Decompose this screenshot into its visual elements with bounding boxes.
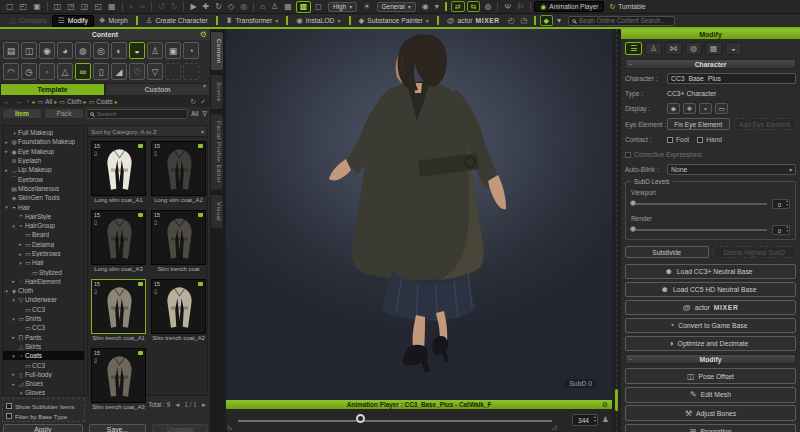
quality-dropdown[interactable]: High ▾ [328, 2, 357, 12]
heart-category-icon[interactable]: ♡ [129, 63, 145, 80]
trash-icon[interactable]: ▯ [94, 219, 97, 225]
watch-category-icon[interactable]: ◷ [21, 63, 37, 80]
spring-tab-icon[interactable]: ◒ [725, 42, 742, 55]
breadcrumb-coats[interactable]: Coats [96, 98, 112, 105]
checkbox[interactable] [6, 413, 12, 419]
tree-item[interactable]: ▸ ◍ Foundation Makeup [3, 137, 84, 146]
project-category-icon[interactable]: ▤ [3, 42, 19, 59]
expand-arrow-icon[interactable]: ▾ [10, 297, 17, 303]
auto-blink-dropdown[interactable]: None ▾ [667, 164, 796, 175]
online-search-input[interactable] [579, 17, 671, 24]
side-tab[interactable]: Content [211, 31, 224, 71]
expand-arrow-icon[interactable]: ▸ [3, 148, 10, 154]
tree-item[interactable]: ▾ ▭ Shirts [3, 314, 84, 323]
timeline-track[interactable] [238, 420, 552, 422]
tree-item[interactable]: △ Skirts [3, 342, 84, 351]
animation-player-button[interactable]: ◉ Animation Player [534, 1, 604, 12]
breadcrumb-all[interactable]: All [45, 98, 52, 105]
scale-icon[interactable]: ◇ [225, 0, 237, 13]
corrective-expressions-checkbox[interactable] [625, 152, 631, 158]
action-button[interactable]: ◔ Convert to Game Base [625, 318, 796, 333]
cloth-category-icon[interactable]: ◒ [129, 42, 145, 59]
hand-contact-checkbox[interactable] [697, 137, 703, 143]
expand-arrow-icon[interactable]: ▾ [3, 204, 10, 210]
expand-arrow-icon[interactable]: ▾ [10, 223, 17, 229]
open-file-icon[interactable]: ◰ [17, 0, 31, 13]
expand-arrow-icon[interactable]: ▾ [3, 288, 10, 294]
apply-button[interactable]: Apply [3, 424, 83, 432]
actormixer-button[interactable]: @ actorMIXER [442, 15, 505, 27]
glasses-category-icon[interactable]: ∞ [75, 63, 91, 80]
content-thumbnail[interactable]: 15 ▯ Slim trench coat_A2 [151, 279, 206, 341]
expand-arrow-icon[interactable]: ▸ [17, 251, 24, 257]
spin-down-icon[interactable]: ▾ [786, 204, 788, 208]
filter-scope-dropdown[interactable]: All [190, 110, 199, 117]
rotate-icon[interactable]: ↻ [212, 0, 225, 13]
compare-button[interactable]: ◫ Compare [4, 15, 52, 27]
expand-arrow-icon[interactable]: ▸ [3, 139, 10, 145]
pose-icon[interactable]: Ψ [501, 0, 514, 13]
tree-item[interactable]: ▾ ◈ Cloth [3, 286, 84, 295]
tree-item[interactable]: ▭ CC3 [3, 323, 84, 332]
skin-category-icon[interactable]: ◍ [75, 42, 91, 59]
home-icon[interactable]: ⌂ [257, 0, 268, 13]
tab-pack[interactable]: Pack [44, 108, 84, 119]
trash-icon[interactable]: ▯ [154, 288, 157, 294]
create-character-button[interactable]: ♙ Create Character [141, 15, 213, 27]
tree-item[interactable]: ▸ ∏ Pants [3, 333, 84, 342]
bone-tab-icon[interactable]: ⋈ [665, 42, 682, 55]
scrollbar-thumb[interactable] [615, 389, 618, 411]
expand-arrow-icon[interactable]: ▾ [10, 353, 17, 359]
modify-tool-button[interactable]: ⊞ Proportion [625, 424, 796, 432]
cap-category-icon[interactable]: △ [57, 63, 73, 80]
action-button[interactable]: ◑ Optimize and Decimate [625, 336, 796, 351]
bottle-category-icon[interactable]: ▯ [93, 63, 109, 80]
undo-icon[interactable]: ↺ [155, 0, 168, 13]
copy-icon[interactable]: ◫ [51, 0, 65, 13]
tree-item[interactable]: ▭ Stylized [3, 267, 84, 276]
action-button[interactable]: ☻ Load CC3+ Neutral Base [625, 264, 796, 279]
tree-item[interactable]: ▭ CC3 [3, 305, 84, 314]
export-motion-icon[interactable]: ◲ [78, 0, 92, 13]
wardrobe-category-icon[interactable]: ◫ [21, 42, 37, 59]
expand-arrow-icon[interactable]: ▸ [17, 241, 24, 247]
content-search-input[interactable] [97, 110, 167, 117]
substance-painter-button[interactable]: ◆ Substance Painter ▾ [354, 15, 434, 27]
content-thumbnail[interactable]: 15 ▯ Slim trench coat_A1 [91, 279, 146, 341]
instalod-button[interactable]: ◉ InstaLOD ▾ [291, 15, 345, 27]
spin-down-icon[interactable]: ▾ [786, 230, 788, 234]
render-subd-spinner[interactable]: 0 ▴▾ [772, 225, 790, 235]
timeline-handle[interactable] [356, 414, 365, 423]
up-icon[interactable]: ↑ [25, 98, 31, 105]
viewport-subd-spinner[interactable]: 0 ▴▾ [772, 199, 790, 209]
content-thumbnail[interactable]: 15 ▯ Slim trench coat [151, 210, 206, 272]
viewport-3d[interactable]: SubD 0 [226, 29, 612, 400]
side-tab[interactable]: Facial Profile Editor [211, 113, 224, 191]
morph-mode-button[interactable]: ❖ Morph [94, 15, 133, 27]
slider-handle[interactable] [630, 226, 636, 232]
head-category-icon[interactable]: ◉ [39, 42, 55, 59]
save-button[interactable]: Save... [89, 424, 147, 432]
move-icon[interactable]: ✚ [200, 0, 213, 13]
tree-item[interactable]: ▭ Beard [3, 230, 84, 239]
makeup-category-icon[interactable]: ◕ [57, 42, 73, 59]
fullscreen-icon[interactable]: ◻ [312, 0, 325, 13]
pivot-icon[interactable]: ◎ [237, 0, 250, 13]
tree-item[interactable]: ◓ HairStyle [3, 212, 84, 221]
checkbox[interactable] [6, 403, 12, 409]
tree-item[interactable]: ▸ ◿ Shoes [3, 379, 84, 388]
turntable-button[interactable]: ↻ Turntable [604, 1, 650, 12]
autosetup-icon[interactable]: ◷ [518, 14, 531, 27]
upgrade-button[interactable]: Upgrade [152, 424, 208, 432]
tree-item[interactable]: ▭ CC3 [3, 360, 84, 369]
modify-tool-button[interactable]: ◫ Pose Offset [625, 368, 796, 384]
content-thumbnail[interactable]: 15 ▯ Long slim coat_A3 [91, 210, 146, 272]
tree-item[interactable]: ▸ ▯ Full-body [3, 370, 84, 379]
display-body-icon[interactable]: ❖ [683, 103, 696, 114]
collapse-icon[interactable]: − [629, 61, 633, 67]
morph-category-icon[interactable]: ◐ [111, 42, 127, 59]
tree-item[interactable]: ▾ ◓ HairGroup [3, 221, 84, 230]
earring-category-icon[interactable]: ◦ [39, 63, 55, 80]
import-icon[interactable]: ◱ [91, 0, 105, 13]
stage-icon[interactable]: ▦ [281, 0, 295, 13]
